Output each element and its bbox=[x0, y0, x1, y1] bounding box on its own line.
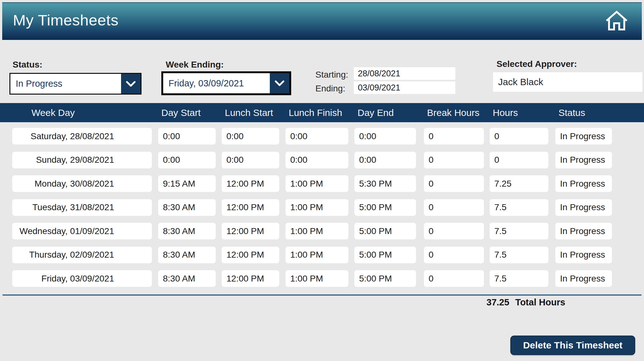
lunch-finish-cell[interactable]: 1:00 PM bbox=[286, 270, 348, 287]
column-header-day: Week Day bbox=[12, 103, 152, 122]
table-row: Friday, 03/09/20218:30 AM12:00 PM1:00 PM… bbox=[0, 270, 644, 287]
lunch-start-cell[interactable]: 0:00 bbox=[222, 152, 279, 168]
column-header-day_start: Day Start bbox=[158, 103, 216, 122]
page-title: My Timesheets bbox=[13, 11, 119, 29]
day-end-cell[interactable]: 5:00 PM bbox=[354, 247, 416, 263]
day-start-cell[interactable]: 8:30 AM bbox=[158, 199, 216, 216]
starting-date-field[interactable]: 28/08/2021 bbox=[354, 67, 455, 80]
lunch-start-cell[interactable]: 12:00 PM bbox=[222, 247, 279, 263]
table-row: Thursday, 02/09/20218:30 AM12:00 PM1:00 … bbox=[0, 247, 644, 263]
break-hours-cell[interactable]: 0 bbox=[424, 175, 484, 192]
lunch-start-cell[interactable]: 12:00 PM bbox=[222, 223, 279, 239]
total-hours-row: 37.25 Total Hours bbox=[486, 297, 565, 308]
column-header-break_hours: Break Hours bbox=[424, 103, 484, 122]
lunch-finish-cell[interactable]: 1:00 PM bbox=[286, 223, 348, 239]
day-end-cell[interactable]: 5:00 PM bbox=[354, 199, 416, 216]
column-header-status: Status bbox=[555, 103, 612, 122]
hours-cell[interactable]: 7.25 bbox=[490, 175, 548, 192]
lunch-finish-cell[interactable]: 0:00 bbox=[286, 152, 348, 168]
delete-timesheet-button[interactable]: Delete This Timesheet bbox=[510, 336, 635, 355]
lunch-finish-cell[interactable]: 0:00 bbox=[286, 128, 348, 145]
break-hours-cell[interactable]: 0 bbox=[424, 223, 484, 239]
weekday-cell: Monday, 30/08/2021 bbox=[12, 175, 152, 192]
chevron-down-icon bbox=[121, 74, 141, 94]
weekday-cell: Wednesday, 01/09/2021 bbox=[12, 223, 152, 239]
day-start-cell[interactable]: 9:15 AM bbox=[158, 175, 216, 192]
status-cell: In Progress bbox=[555, 223, 612, 239]
total-hours-label: Total Hours bbox=[515, 297, 565, 308]
break-hours-cell[interactable]: 0 bbox=[424, 270, 484, 287]
chevron-down-icon bbox=[270, 73, 289, 93]
starting-label: Starting: bbox=[315, 70, 348, 80]
day-start-cell[interactable]: 8:30 AM bbox=[158, 223, 216, 239]
hours-cell[interactable]: 0 bbox=[490, 128, 548, 145]
table-row: Saturday, 28/08/20210:000:000:000:0000In… bbox=[0, 128, 644, 145]
divider bbox=[3, 294, 641, 296]
ending-label: Ending: bbox=[315, 84, 345, 94]
status-dropdown[interactable]: In Progress bbox=[9, 73, 142, 95]
status-cell: In Progress bbox=[555, 199, 612, 216]
lunch-start-cell[interactable]: 0:00 bbox=[222, 128, 279, 145]
day-start-cell[interactable]: 8:30 AM bbox=[158, 270, 216, 287]
day-end-cell[interactable]: 5:00 PM bbox=[354, 270, 416, 287]
status-cell: In Progress bbox=[555, 128, 612, 145]
day-end-cell[interactable]: 5:00 PM bbox=[354, 223, 416, 239]
day-end-cell[interactable]: 5:30 PM bbox=[354, 175, 416, 192]
table-row: Sunday, 29/08/20210:000:000:000:0000In P… bbox=[0, 152, 644, 168]
day-end-cell[interactable]: 0:00 bbox=[354, 128, 416, 145]
hours-cell[interactable]: 0 bbox=[490, 152, 548, 168]
day-start-cell[interactable]: 8:30 AM bbox=[158, 247, 216, 263]
table-row: Tuesday, 31/08/20218:30 AM12:00 PM1:00 P… bbox=[0, 199, 644, 216]
lunch-finish-cell[interactable]: 1:00 PM bbox=[286, 247, 348, 263]
approver-field[interactable]: Jack Black bbox=[493, 72, 642, 92]
app-header: My Timesheets bbox=[2, 2, 642, 40]
hours-cell[interactable]: 7.5 bbox=[490, 270, 548, 287]
weekday-cell: Saturday, 28/08/2021 bbox=[12, 128, 152, 145]
hours-cell[interactable]: 7.5 bbox=[490, 223, 548, 239]
week-ending-dropdown-value: Friday, 03/09/2021 bbox=[163, 73, 270, 93]
table-row: Wednesday, 01/09/20218:30 AM12:00 PM1:00… bbox=[0, 223, 644, 239]
ending-date-field[interactable]: 03/09/2021 bbox=[354, 81, 455, 94]
break-hours-cell[interactable]: 0 bbox=[424, 152, 484, 168]
weekday-cell: Tuesday, 31/08/2021 bbox=[12, 199, 152, 216]
day-start-cell[interactable]: 0:00 bbox=[158, 128, 216, 145]
total-hours-value: 37.25 bbox=[486, 297, 509, 308]
break-hours-cell[interactable]: 0 bbox=[424, 247, 484, 263]
day-end-cell[interactable]: 0:00 bbox=[354, 152, 416, 168]
weekday-cell: Thursday, 02/09/2021 bbox=[12, 247, 152, 263]
home-button[interactable] bbox=[602, 8, 631, 36]
weekday-cell: Friday, 03/09/2021 bbox=[12, 270, 152, 287]
column-header-lunch_start: Lunch Start bbox=[222, 103, 279, 122]
table-header-row: Week DayDay StartLunch StartLunch Finish… bbox=[0, 103, 644, 122]
lunch-start-cell[interactable]: 12:00 PM bbox=[222, 270, 279, 287]
lunch-start-cell[interactable]: 12:00 PM bbox=[222, 199, 279, 216]
status-dropdown-value: In Progress bbox=[10, 74, 121, 94]
status-cell: In Progress bbox=[555, 270, 612, 287]
table-row: Monday, 30/08/20219:15 AM12:00 PM1:00 PM… bbox=[0, 175, 644, 192]
week-ending-label: Week Ending: bbox=[166, 60, 224, 70]
status-cell: In Progress bbox=[555, 152, 612, 168]
column-header-day_end: Day End bbox=[354, 103, 416, 122]
status-cell: In Progress bbox=[555, 175, 612, 192]
week-ending-dropdown[interactable]: Friday, 03/09/2021 bbox=[161, 71, 291, 95]
hours-cell[interactable]: 7.5 bbox=[490, 199, 548, 216]
lunch-finish-cell[interactable]: 1:00 PM bbox=[286, 175, 348, 192]
column-header-hours: Hours bbox=[490, 103, 548, 122]
break-hours-cell[interactable]: 0 bbox=[424, 199, 484, 216]
home-icon bbox=[603, 8, 630, 36]
day-start-cell[interactable]: 0:00 bbox=[158, 152, 216, 168]
break-hours-cell[interactable]: 0 bbox=[424, 128, 484, 145]
hours-cell[interactable]: 7.5 bbox=[490, 247, 548, 263]
weekday-cell: Sunday, 29/08/2021 bbox=[12, 152, 152, 168]
status-label: Status: bbox=[13, 60, 42, 70]
lunch-start-cell[interactable]: 12:00 PM bbox=[222, 175, 279, 192]
column-header-lunch_finish: Lunch Finish bbox=[286, 103, 348, 122]
lunch-finish-cell[interactable]: 1:00 PM bbox=[286, 199, 348, 216]
status-cell: In Progress bbox=[555, 247, 612, 263]
selected-approver-label: Selected Approver: bbox=[497, 59, 577, 69]
